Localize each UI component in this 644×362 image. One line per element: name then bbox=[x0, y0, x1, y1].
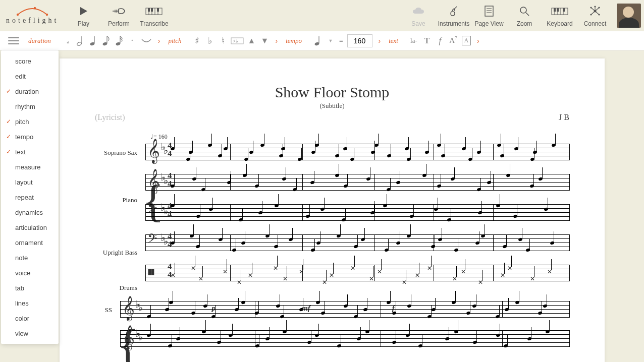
menu-item-articulation[interactable]: articulation bbox=[1, 220, 59, 235]
menu-item-voice[interactable]: voice bbox=[1, 265, 59, 280]
save-button[interactable]: Save bbox=[401, 4, 436, 27]
transcribe-button[interactable]: Transcribe bbox=[136, 4, 172, 27]
octave-up-icon[interactable]: ▲ bbox=[245, 34, 258, 47]
menu-item-ornament[interactable]: ornament bbox=[1, 235, 59, 250]
trumpet-icon bbox=[112, 4, 126, 18]
menu-item-tempo[interactable]: tempo bbox=[1, 129, 59, 144]
instruments-button[interactable]: Instruments bbox=[436, 4, 471, 27]
network-icon bbox=[589, 4, 601, 18]
svg-point-38 bbox=[594, 6, 596, 7]
menu-item-note[interactable]: note bbox=[1, 250, 59, 265]
lyric-icon[interactable]: la- bbox=[407, 34, 420, 47]
svg-point-35 bbox=[598, 7, 600, 8]
menu-item-repeat[interactable]: repeat bbox=[1, 190, 59, 205]
dynamics-icon[interactable]: f bbox=[434, 34, 447, 47]
magnifier-icon bbox=[519, 4, 530, 18]
instrument-label: Drums bbox=[92, 284, 137, 292]
text-more[interactable]: › bbox=[473, 37, 484, 45]
score-page: Show Floor Stomp (Subtitle) (Lyricist) J… bbox=[60, 58, 605, 362]
menu-item-edit[interactable]: edit bbox=[1, 69, 59, 84]
svg-point-36 bbox=[590, 14, 592, 15]
svg-point-18 bbox=[520, 7, 526, 13]
tempo-input[interactable] bbox=[347, 34, 372, 47]
sharp-icon[interactable]: ♯ bbox=[190, 34, 203, 47]
menu-item-measure[interactable]: measure bbox=[1, 159, 59, 174]
svg-line-19 bbox=[526, 13, 529, 16]
tempo-note-icon[interactable] bbox=[311, 34, 324, 47]
tempo-section-label: tempo bbox=[286, 37, 302, 45]
duration-section-label: duration bbox=[28, 37, 51, 45]
instrument-label: Soprano Sax bbox=[92, 149, 137, 157]
text-icon[interactable]: T bbox=[420, 34, 434, 47]
svg-rect-25 bbox=[554, 8, 556, 12]
chord-icon[interactable]: A7 bbox=[447, 34, 460, 47]
score-title[interactable]: Show Floor Stomp bbox=[95, 84, 569, 101]
menu-item-rhythm[interactable]: rhythm bbox=[1, 99, 59, 114]
menu-item-score[interactable]: score bbox=[1, 53, 59, 69]
enharmonic-icon[interactable]: ♯♭ bbox=[230, 34, 245, 47]
menu-item-duration[interactable]: duration bbox=[1, 84, 59, 99]
whole-note-icon[interactable]: 𝅗 bbox=[60, 34, 73, 47]
menu-item-color[interactable]: color bbox=[1, 311, 59, 326]
svg-rect-26 bbox=[557, 8, 559, 12]
sixteenth-note-icon[interactable] bbox=[113, 34, 126, 47]
keyboard-button[interactable]: Keyboard bbox=[542, 4, 577, 27]
lyricist-field[interactable]: (Lyricist) bbox=[95, 113, 125, 122]
menu-item-pitch[interactable]: pitch bbox=[1, 114, 59, 129]
half-note-icon[interactable] bbox=[73, 34, 86, 47]
menu-item-lines[interactable]: lines bbox=[1, 295, 59, 311]
menu-button[interactable] bbox=[8, 35, 19, 46]
text-section-label: text bbox=[389, 37, 398, 45]
instrument-label: Piano bbox=[92, 196, 137, 204]
play-button[interactable]: Play bbox=[66, 4, 101, 27]
instrument-label: Upright Bass bbox=[92, 249, 137, 257]
tempo-dropdown-icon[interactable]: ▼ bbox=[324, 34, 337, 47]
score-subtitle[interactable]: (Subtitle) bbox=[95, 102, 569, 110]
rehearsal-mark-icon[interactable]: A bbox=[460, 34, 473, 47]
keyboard-icon bbox=[551, 4, 568, 18]
svg-point-1 bbox=[46, 13, 48, 15]
svg-rect-14 bbox=[485, 6, 493, 16]
palette-menu: scoreeditdurationrhythmpitchtempotextmea… bbox=[1, 50, 59, 344]
menu-item-layout[interactable]: layout bbox=[1, 174, 59, 190]
tie-icon[interactable] bbox=[139, 34, 154, 47]
duration-more[interactable]: › bbox=[154, 37, 165, 45]
svg-rect-12 bbox=[151, 8, 153, 12]
svg-text:♯♭: ♯♭ bbox=[233, 38, 238, 44]
svg-point-34 bbox=[590, 7, 592, 8]
dot-icon[interactable]: · bbox=[126, 34, 139, 47]
score-viewport[interactable]: Show Floor Stomp (Subtitle) (Lyricist) J… bbox=[0, 50, 644, 362]
play-icon bbox=[78, 4, 88, 18]
natural-icon[interactable]: ♮ bbox=[217, 34, 230, 47]
tempo-marking[interactable]: ♩= 160 bbox=[150, 133, 569, 141]
menu-item-tab[interactable]: tab bbox=[1, 280, 59, 295]
svg-point-37 bbox=[598, 14, 600, 15]
logo[interactable]: noteflight bbox=[6, 7, 59, 25]
tempo-more[interactable]: › bbox=[374, 37, 385, 45]
octave-down-icon[interactable]: ▼ bbox=[258, 34, 271, 47]
menu-item-view[interactable]: view bbox=[1, 326, 59, 341]
quarter-note-icon[interactable] bbox=[86, 34, 99, 47]
svg-rect-27 bbox=[563, 8, 565, 12]
connect-button[interactable]: Connect bbox=[577, 4, 613, 27]
zoom-button[interactable]: Zoom bbox=[507, 4, 542, 27]
top-toolbar: noteflight Play Perform Transcribe Save … bbox=[0, 0, 644, 31]
equals-sign: = bbox=[339, 37, 343, 44]
pitch-more[interactable]: › bbox=[271, 37, 282, 45]
user-avatar[interactable] bbox=[617, 4, 641, 28]
perform-button[interactable]: Perform bbox=[101, 4, 136, 27]
menu-item-text[interactable]: text bbox=[1, 144, 59, 159]
flat-icon[interactable]: ♭ bbox=[203, 34, 217, 47]
logo-text: noteflight bbox=[6, 17, 59, 25]
piano-keys-icon bbox=[145, 4, 163, 18]
composer-field[interactable]: J B bbox=[559, 113, 569, 122]
page-icon bbox=[484, 4, 494, 18]
pageview-button[interactable]: Page View bbox=[471, 4, 507, 27]
instrument-label: SS bbox=[92, 306, 112, 314]
eighth-note-icon[interactable] bbox=[99, 34, 113, 47]
svg-point-0 bbox=[17, 13, 19, 15]
menu-item-dynamics[interactable]: dynamics bbox=[1, 205, 59, 220]
pitch-section-label: pitch bbox=[168, 37, 181, 45]
palette-toolbar: duration 𝅗 · › pitch ♯ ♭ ♮ ♯♭ ▲ ▼ › temp… bbox=[0, 31, 644, 50]
system-1: Soprano Sax𝄞♭♭44{Piano𝄞♭♭44𝄢♭♭44Upright … bbox=[95, 142, 569, 284]
